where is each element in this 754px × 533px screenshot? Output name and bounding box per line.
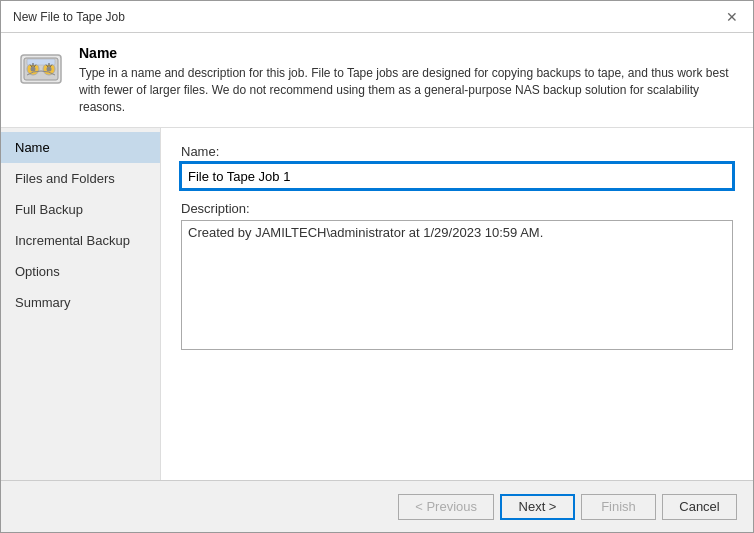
sidebar-item-options[interactable]: Options [1, 256, 160, 287]
main-panel: Name: Description: [161, 128, 753, 480]
sidebar-item-summary[interactable]: Summary [1, 287, 160, 318]
title-bar: New File to Tape Job ✕ [1, 1, 753, 33]
sidebar-item-name[interactable]: Name [1, 132, 160, 163]
tape-icon [17, 45, 65, 93]
header-text: Name Type in a name and description for … [79, 45, 737, 115]
description-input[interactable] [181, 220, 733, 350]
finish-button[interactable]: Finish [581, 494, 656, 520]
sidebar: Name Files and Folders Full Backup Incre… [1, 128, 161, 480]
header-title: Name [79, 45, 737, 61]
name-label: Name: [181, 144, 733, 159]
name-field-group: Name: [181, 144, 733, 189]
dialog-title: New File to Tape Job [13, 10, 125, 24]
next-button[interactable]: Next > [500, 494, 575, 520]
dialog: New File to Tape Job ✕ [0, 0, 754, 533]
previous-button[interactable]: < Previous [398, 494, 494, 520]
sidebar-item-full-backup[interactable]: Full Backup [1, 194, 160, 225]
svg-rect-6 [27, 59, 55, 65]
cancel-button[interactable]: Cancel [662, 494, 737, 520]
svg-point-5 [47, 67, 52, 72]
svg-point-3 [31, 67, 36, 72]
description-field-group: Description: [181, 201, 733, 350]
close-button[interactable]: ✕ [723, 8, 741, 26]
sidebar-item-incremental-backup[interactable]: Incremental Backup [1, 225, 160, 256]
sidebar-item-files-and-folders[interactable]: Files and Folders [1, 163, 160, 194]
content-area: Name Files and Folders Full Backup Incre… [1, 128, 753, 480]
header-area: Name Type in a name and description for … [1, 33, 753, 128]
name-input[interactable] [181, 163, 733, 189]
button-row: < Previous Next > Finish Cancel [1, 480, 753, 532]
header-description: Type in a name and description for this … [79, 65, 737, 115]
description-label: Description: [181, 201, 733, 216]
